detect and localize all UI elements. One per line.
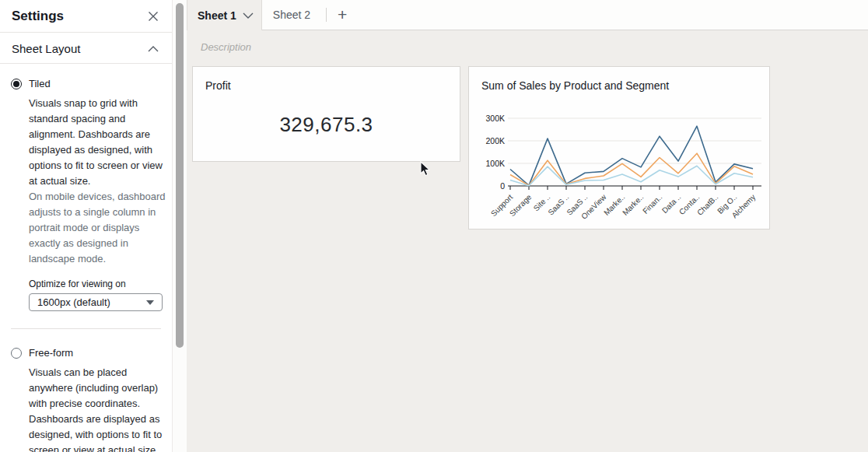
freeform-radio-row[interactable]: Free-form	[11, 347, 161, 359]
sheet-layout-options: Tiled Visuals snap to grid with standard…	[0, 64, 172, 452]
chart-title: Sum of Sales by Product and Segment	[481, 79, 669, 92]
freeform-radio-label: Free-form	[29, 347, 73, 359]
y-axis-tick-label: 300K	[485, 114, 505, 123]
y-axis-tick-label: 200K	[485, 136, 505, 145]
dashboard-canvas: Description Profit 329,675.3 Sum of Sale…	[187, 30, 868, 452]
tab-sheet-2-label: Sheet 2	[273, 9, 310, 21]
caret-down-icon	[146, 300, 154, 305]
tab-sheet-1[interactable]: Sheet 1	[187, 0, 262, 31]
line-series-segment-1	[510, 126, 753, 185]
tab-sheet-2[interactable]: Sheet 2	[262, 0, 321, 30]
y-axis-tick-label: 100K	[485, 159, 505, 168]
sales-chart-svg: 300K200K100K0SupportStorageSite ..SaaS .…	[469, 102, 769, 229]
sheet-layout-section-header[interactable]: Sheet Layout	[0, 33, 172, 64]
sales-line-chart-card[interactable]: Sum of Sales by Product and Segment 300K…	[468, 66, 770, 230]
optimize-label: Optimize for viewing on	[29, 279, 161, 289]
sidebar-scrollbar-thumb[interactable]	[176, 3, 184, 348]
x-axis-tick-label: Marke..	[621, 193, 645, 217]
freeform-description: Visuals can be placed anywhere (includin…	[29, 365, 166, 452]
close-icon[interactable]	[146, 9, 160, 23]
optimize-block: Optimize for viewing on 1600px (default)	[29, 279, 161, 311]
kpi-value: 329,675.3	[193, 113, 460, 137]
sidebar-divider	[11, 328, 161, 329]
tab-sheet-1-label: Sheet 1	[198, 9, 236, 22]
sidebar-scrollbar-track[interactable]	[173, 0, 187, 452]
tab-separator	[326, 8, 327, 22]
optimize-select-value: 1600px (default)	[37, 296, 110, 308]
settings-panel-header: Settings	[0, 0, 172, 33]
sheet-description-input[interactable]: Description	[201, 41, 251, 53]
sheet-tabbar: Sheet 1 Sheet 2 +	[187, 0, 868, 30]
tiled-radio-label: Tiled	[29, 78, 51, 89]
profit-kpi-card[interactable]: Profit 329,675.3	[192, 66, 460, 162]
settings-title: Settings	[12, 9, 64, 24]
chevron-down-icon[interactable]	[243, 9, 254, 22]
sheet-layout-title: Sheet Layout	[12, 42, 80, 55]
y-axis-tick-label: 0	[500, 181, 505, 191]
settings-panel: Settings Sheet Layout Tiled Visuals snap…	[0, 0, 173, 452]
add-sheet-button[interactable]: +	[331, 0, 353, 30]
tiled-radio-row[interactable]: Tiled	[11, 78, 161, 89]
kpi-card-title: Profit	[205, 79, 231, 92]
optimize-select[interactable]: 1600px (default)	[29, 293, 163, 311]
tiled-mobile-note: On mobile devices, dashboard adjusts to …	[29, 189, 166, 267]
x-axis-tick-label: ChatB..	[695, 193, 719, 217]
tiled-description: Visuals snap to grid with standard spaci…	[29, 96, 166, 189]
x-axis-tick-label: Finan..	[641, 193, 663, 215]
tiled-radio-button[interactable]	[11, 79, 22, 89]
freeform-block: Free-form Visuals can be placed anywhere…	[11, 347, 161, 452]
freeform-radio-button[interactable]	[11, 348, 22, 359]
mouse-cursor	[420, 161, 431, 177]
chevron-up-icon[interactable]	[146, 41, 160, 55]
